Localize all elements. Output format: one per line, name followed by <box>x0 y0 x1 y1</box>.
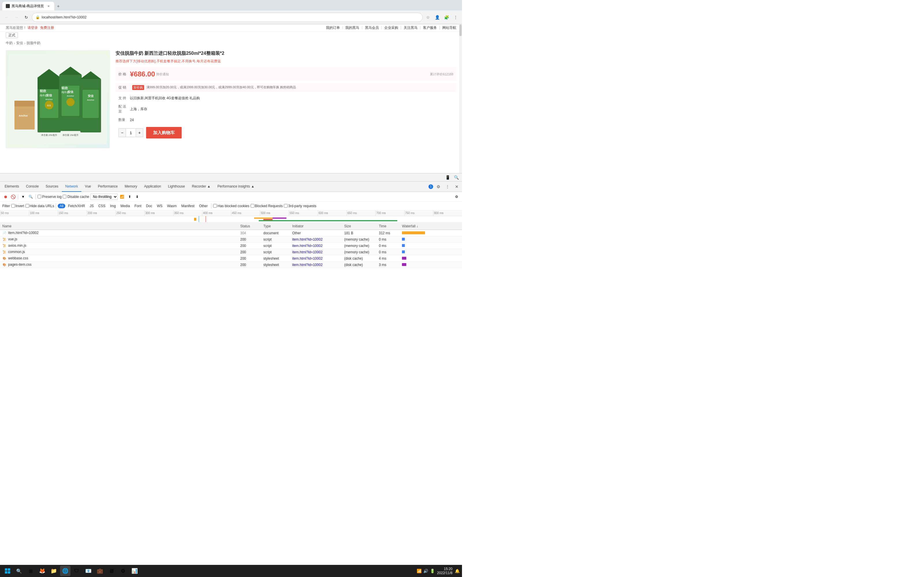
table-row[interactable]: 🎨 pages-item.css 200 stylesheet item.htm… <box>0 262 462 268</box>
tab-sources[interactable]: Sources <box>42 182 62 192</box>
header-waterfall[interactable]: Waterfall ↓ <box>402 224 460 228</box>
tab-application[interactable]: Application <box>141 182 165 192</box>
cell-initiator-4[interactable]: item.html?id=10002 <box>292 256 344 261</box>
hide-data-urls-checkbox[interactable] <box>26 204 29 208</box>
filter-all-button[interactable]: All <box>58 204 65 208</box>
add-to-cart-button[interactable]: 加入购物车 <box>146 127 182 139</box>
blocked-requests-checkbox[interactable] <box>250 204 254 208</box>
forward-button[interactable]: → <box>12 13 21 22</box>
preserve-log-label[interactable]: Preserve log <box>37 195 61 199</box>
tab-performance-insights[interactable]: Performance insights ▲ <box>214 182 258 192</box>
bookmark-button[interactable]: ☆ <box>424 13 432 21</box>
cell-initiator-2[interactable]: item.html?id=10002 <box>292 244 344 248</box>
tab-console[interactable]: Console <box>23 182 42 192</box>
tab-performance[interactable]: Performance <box>94 182 121 192</box>
toolbar-settings-button[interactable]: ⚙ <box>453 193 460 200</box>
active-tab[interactable]: 黑马商城-商品详情页 ✕ <box>2 2 54 10</box>
filter-ws-button[interactable]: WS <box>155 204 164 208</box>
filter-doc-button[interactable]: Doc <box>144 204 154 208</box>
table-row[interactable]: 📜 vue.js 200 script item.html?id=10002 (… <box>0 236 462 243</box>
cell-initiator-1[interactable]: item.html?id=10002 <box>292 237 344 242</box>
hide-data-urls-label[interactable]: Hide data URLs <box>26 204 54 208</box>
cell-initiator-3[interactable]: item.html?id=10002 <box>292 250 344 254</box>
tab-network[interactable]: Network <box>62 182 81 192</box>
header-type[interactable]: Type <box>263 224 292 228</box>
header-size[interactable]: Size <box>344 224 379 228</box>
filter-img-button[interactable]: Img <box>108 204 118 208</box>
price-notify[interactable]: 降价通知 <box>156 72 169 76</box>
table-row[interactable]: 📜 axios.min.js 200 script item.html?id=1… <box>0 243 462 249</box>
third-party-checkbox[interactable] <box>284 204 288 208</box>
reload-button[interactable]: ↻ <box>22 13 31 22</box>
preserve-log-checkbox[interactable] <box>37 195 41 198</box>
clear-button[interactable]: 🚫 <box>10 193 16 200</box>
header-status[interactable]: Status <box>240 224 263 228</box>
nav-member[interactable]: 黑马会员 <box>365 26 379 30</box>
search-button[interactable]: 🔍 <box>27 193 34 200</box>
nav-service[interactable]: 客户服务 <box>423 26 437 30</box>
export-button[interactable]: ⬇ <box>134 193 141 200</box>
profile-button[interactable]: 👤 <box>433 13 441 21</box>
tab-vue[interactable]: Vue <box>81 182 94 192</box>
tab-memory[interactable]: Memory <box>121 182 141 192</box>
login-link[interactable]: 请登录 <box>27 26 38 30</box>
filter-button[interactable]: ▼ <box>20 193 26 200</box>
tab-recorder[interactable]: Recorder ▲ <box>189 182 214 192</box>
nav-enterprise[interactable]: 企业采购 <box>384 26 398 30</box>
filter-font-button[interactable]: Font <box>133 204 143 208</box>
throttle-select[interactable]: No throttling Fast 3G Slow 3G Offline <box>90 193 118 200</box>
invert-checkbox-label[interactable]: Invert <box>11 204 24 208</box>
tab-close-button[interactable]: ✕ <box>46 4 51 8</box>
header-name[interactable]: Name <box>2 224 240 228</box>
tab-lighthouse[interactable]: Lighthouse <box>165 182 189 192</box>
devtools-inspect-button[interactable]: 🔍 <box>452 173 460 182</box>
filter-wasm-button[interactable]: Wasm <box>165 204 179 208</box>
qty-increase-button[interactable]: + <box>136 129 143 137</box>
qty-decrease-button[interactable]: − <box>119 129 126 137</box>
devtools-more-button[interactable]: ⋮ <box>444 183 452 191</box>
blocked-requests-label[interactable]: Blocked Requests <box>250 204 283 208</box>
extensions-button[interactable]: 🧩 <box>443 13 451 21</box>
devtools-close-button[interactable]: ✕ <box>453 183 461 191</box>
cell-type-2: script <box>263 244 292 248</box>
disable-cache-checkbox[interactable] <box>63 195 66 198</box>
table-row[interactable]: 📜 common.js 200 script item.html?id=1000… <box>0 249 462 255</box>
nav-label: 正式 <box>6 32 18 38</box>
has-blocked-cookies-label[interactable]: Has blocked cookies <box>213 204 249 208</box>
nav-orders[interactable]: 我的订单 <box>326 26 340 30</box>
import-button[interactable]: ⬆ <box>126 193 133 200</box>
table-row[interactable]: 📄 item.html?id=10002 304 document Other … <box>0 230 462 236</box>
nav-myhema[interactable]: 我的黑马 <box>345 26 359 30</box>
cell-size-1: (memory cache) <box>344 237 379 242</box>
nav-sitemap[interactable]: 网站导航 <box>443 26 456 30</box>
breadcrumb-anchor[interactable]: 安佳 <box>16 41 23 45</box>
disable-cache-label[interactable]: Disable cache <box>63 195 89 199</box>
table-row[interactable]: 🎨 webbase.css 200 stylesheet item.html?i… <box>0 255 462 262</box>
filter-other-button[interactable]: Other <box>197 204 209 208</box>
breadcrumb-milk[interactable]: 牛奶 <box>6 41 13 45</box>
wifi-icon-button[interactable]: 📶 <box>119 193 125 200</box>
devtools-toggle-button[interactable]: 📱 <box>444 173 452 182</box>
filter-manifest-button[interactable]: Manifest <box>179 204 196 208</box>
nav-follow[interactable]: 关注黑马 <box>404 26 418 30</box>
register-link[interactable]: 免费注册 <box>40 26 54 30</box>
filter-js-button[interactable]: JS <box>88 204 95 208</box>
address-bar[interactable]: 🔒 localhost/item.html?id=10002 <box>32 13 423 22</box>
filter-media-button[interactable]: Media <box>119 204 132 208</box>
header-initiator[interactable]: Initiator <box>292 224 344 228</box>
third-party-label[interactable]: 3rd-party requests <box>284 204 316 208</box>
back-button[interactable]: ← <box>2 13 11 22</box>
devtools-settings-button[interactable]: ⚙ <box>434 183 443 191</box>
menu-button[interactable]: ⋮ <box>452 13 460 21</box>
tab-elements[interactable]: Elements <box>1 182 23 192</box>
record-button[interactable]: ⏺ <box>2 193 9 200</box>
filter-fetch-xhr-button[interactable]: Fetch/XHR <box>66 204 87 208</box>
invert-checkbox[interactable] <box>11 204 15 208</box>
new-tab-button[interactable]: + <box>54 2 62 10</box>
qty-input[interactable] <box>126 129 136 137</box>
header-time[interactable]: Time <box>379 224 402 228</box>
cell-initiator-5[interactable]: item.html?id=10002 <box>292 263 344 267</box>
page-scrollbar[interactable] <box>459 24 462 173</box>
filter-css-button[interactable]: CSS <box>97 204 107 208</box>
has-blocked-cookies-checkbox[interactable] <box>213 204 217 208</box>
